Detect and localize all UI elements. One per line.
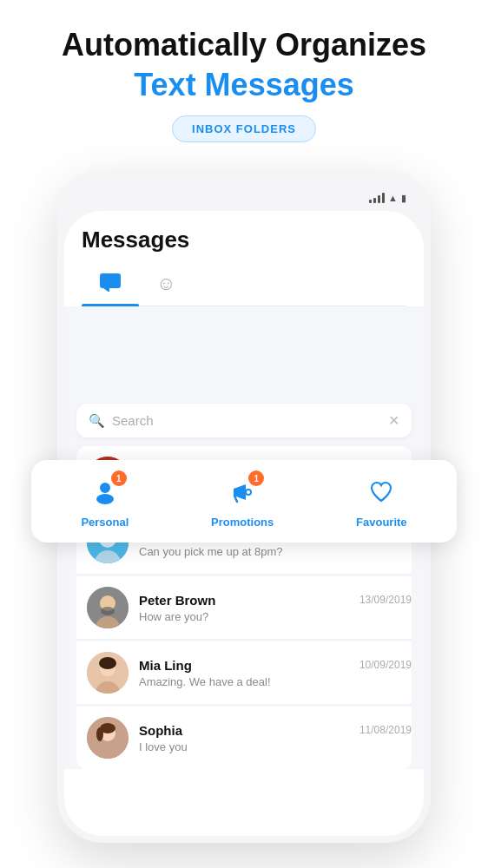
promotions-badge: 1 — [248, 470, 264, 486]
msg-name-mia: Mia Ling — [139, 658, 192, 673]
avatar-sophia — [87, 717, 129, 759]
search-placeholder: Search — [112, 413, 381, 428]
msg-time-sophia: 11/08/2019 — [359, 724, 412, 736]
promotions-label: Promotions — [211, 516, 274, 529]
msg-time-peter: 13/09/2019 — [359, 594, 412, 606]
header-section: Automatically Organizes Text Messages IN… — [0, 0, 488, 160]
msg-row-mia: Mia Ling 10/09/2019 — [139, 658, 412, 673]
promotions-icon-wrap: 1 — [224, 474, 260, 510]
phone-notch — [188, 185, 300, 204]
category-spacer — [64, 313, 424, 391]
svg-point-14 — [101, 607, 115, 615]
tab-emoji[interactable]: ☺ — [139, 266, 193, 306]
msg-preview-mia: Amazing. We have a deal! — [139, 675, 412, 688]
svg-rect-27 — [234, 489, 237, 496]
search-icon: 🔍 — [89, 413, 105, 429]
mia-avatar-svg — [87, 652, 129, 694]
message-item-sophia[interactable]: Sophia 11/08/2019 I love you — [76, 707, 412, 769]
wifi-icon: ▲ — [388, 193, 398, 203]
avatar-peter — [87, 587, 129, 628]
message-body-mia: Mia Ling 10/09/2019 Amazing. We have a d… — [139, 658, 412, 688]
peter-avatar-svg — [87, 587, 129, 628]
smiley-icon: ☺ — [156, 273, 175, 294]
svg-point-29 — [246, 490, 251, 495]
msg-preview-olivia: Can you pick me up at 8pm? — [139, 545, 412, 558]
category-favourite[interactable]: Favourite — [356, 474, 407, 529]
svg-point-24 — [100, 483, 110, 493]
messages-title: Messages — [82, 227, 406, 253]
msg-time-mia: 10/09/2019 — [359, 659, 412, 671]
tab-messages[interactable] — [82, 266, 139, 306]
messages-header: Messages ☺ — [64, 211, 424, 306]
status-icons: ▲ ▮ — [369, 193, 406, 204]
message-item-mia[interactable]: Mia Ling 10/09/2019 Amazing. We have a d… — [76, 641, 412, 705]
msg-name-sophia: Sophia — [139, 723, 182, 738]
category-tabs: 1 Personal 1 Promotions Favourite — [31, 460, 457, 542]
category-promotions[interactable]: 1 Promotions — [211, 474, 274, 529]
tab-bar: ☺ — [82, 266, 406, 306]
message-body-peter: Peter Brown 13/09/2019 How are you? — [139, 593, 412, 623]
inbox-badge: INBOX FOLDERS — [172, 115, 316, 142]
svg-point-25 — [96, 494, 114, 504]
msg-row-peter: Peter Brown 13/09/2019 — [139, 593, 412, 608]
sophia-avatar-svg — [87, 717, 129, 759]
message-body-sophia: Sophia 11/08/2019 I love you — [139, 723, 412, 753]
msg-preview-sophia: I love you — [139, 740, 412, 753]
msg-row-sophia: Sophia 11/08/2019 — [139, 723, 412, 738]
message-bubble-icon — [99, 274, 122, 296]
personal-icon-wrap: 1 — [87, 474, 123, 510]
signal-icon — [369, 193, 385, 203]
svg-marker-1 — [103, 288, 109, 292]
svg-rect-0 — [100, 273, 121, 288]
headline-line2: Text Messages — [17, 66, 471, 103]
search-close-icon[interactable]: ✕ — [388, 412, 399, 429]
msg-name-peter: Peter Brown — [139, 593, 215, 608]
avatar-mia — [87, 652, 129, 694]
heart-icon — [369, 480, 393, 504]
battery-icon: ▮ — [401, 193, 406, 204]
personal-label: Personal — [81, 516, 129, 529]
svg-point-23 — [96, 727, 103, 741]
search-bar[interactable]: 🔍 Search ✕ — [76, 404, 412, 437]
category-personal[interactable]: 1 Personal — [81, 474, 129, 529]
message-item-peter[interactable]: Peter Brown 13/09/2019 How are you? — [76, 576, 412, 640]
msg-preview-peter: How are you? — [139, 610, 412, 623]
personal-badge: 1 — [111, 470, 127, 486]
headline-line1: Automatically Organizes — [17, 28, 471, 62]
svg-point-18 — [99, 657, 116, 669]
favourite-label: Favourite — [356, 516, 407, 529]
favourite-icon-wrap — [363, 474, 399, 510]
